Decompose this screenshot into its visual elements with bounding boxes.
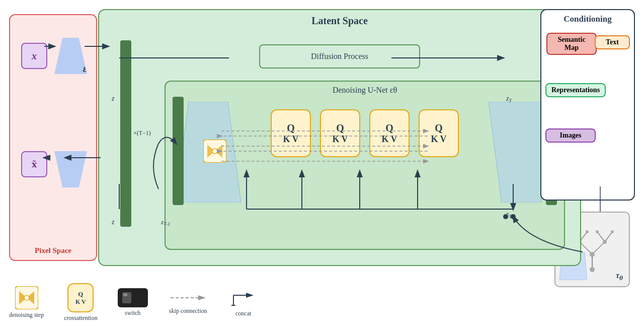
xtilde-label: x̃ [32, 159, 37, 170]
main-container: z zT zT zT-1 z ×(T−1) [0, 0, 644, 328]
svg-point-40 [590, 267, 595, 272]
decoder-label: 𝒟 [78, 176, 87, 187]
legend-crossattention: Q K V crossattention [64, 283, 98, 322]
legend-skip-label: skip connection [169, 307, 207, 315]
x-label: x [32, 50, 37, 62]
cond-semantic-map: Semantic Map [546, 33, 597, 55]
diffusion-process-label: Diffusion Process [311, 52, 368, 61]
svg-marker-57 [198, 295, 206, 300]
legend-concat: concat [228, 288, 259, 317]
legend-container: denoising step Q K V crossattention swi [9, 283, 259, 322]
switch-svg [120, 290, 145, 305]
svg-point-52 [24, 295, 29, 300]
svg-point-43 [603, 240, 607, 244]
legend-qkv-icon: Q K V [67, 283, 94, 312]
conditioning-box: Conditioning Semantic Map Text Represent… [540, 9, 635, 201]
legend-skip-connection: skip connection [168, 290, 208, 315]
pixel-space-box: x x̃ ε 𝒟 Pixel Space [9, 14, 97, 261]
denoising-step-icon [203, 140, 226, 165]
qkv-container: Q K V Q K V Q K V Q K V [271, 109, 459, 157]
diffusion-process-box: Diffusion Process [259, 44, 420, 69]
svg-point-47 [611, 230, 614, 233]
pixel-space-label: Pixel Space [35, 246, 71, 255]
unet-label: Denoising U-Net εθ [333, 86, 397, 95]
qkv-block-3: Q K V [369, 109, 410, 157]
svg-point-46 [596, 230, 599, 233]
cond-images: Images [545, 128, 596, 143]
svg-marker-60 [246, 293, 254, 298]
svg-point-41 [590, 252, 595, 257]
conditioning-label: Conditioning [564, 14, 611, 24]
qkv-block-4: Q K V [419, 109, 459, 157]
encoder-label: ε [83, 62, 87, 74]
latent-space-box: Latent Space Diffusion Process Denoising… [98, 9, 581, 266]
tau-label: τθ [616, 271, 623, 282]
svg-line-35 [592, 242, 605, 254]
latent-space-label: Latent Space [311, 15, 368, 27]
cond-representations: Representations [545, 83, 606, 97]
unet-left-col [173, 97, 184, 205]
svg-point-45 [586, 230, 589, 233]
legend-crossattention-label: crossattention [64, 314, 98, 322]
legend-skip-arrow-svg [168, 290, 208, 305]
legend-switch-label: switch [125, 309, 140, 317]
legend-denoising-label: denoising step [9, 311, 44, 319]
unet-box: Denoising U-Net εθ [165, 81, 565, 250]
left-green-col [120, 40, 131, 227]
legend-concat-svg [228, 288, 259, 308]
encoder-shape: ε [54, 38, 87, 74]
decoder-shape: 𝒟 [54, 151, 87, 187]
legend-concat-label: concat [235, 310, 251, 317]
legend-switch: switch [118, 288, 148, 317]
cond-text: Text [595, 35, 630, 49]
legend-denoising-step: denoising step [9, 286, 44, 319]
svg-rect-55 [123, 293, 127, 296]
legend-switch-icon [118, 288, 148, 307]
svg-point-32 [212, 149, 217, 154]
qkv-block-2: Q K V [320, 109, 360, 157]
legend-denoising-icon [15, 286, 38, 309]
x-input-box: x [21, 43, 47, 69]
qkv-block-1: Q K V [271, 109, 311, 157]
xtilde-output-box: x̃ [21, 151, 47, 177]
